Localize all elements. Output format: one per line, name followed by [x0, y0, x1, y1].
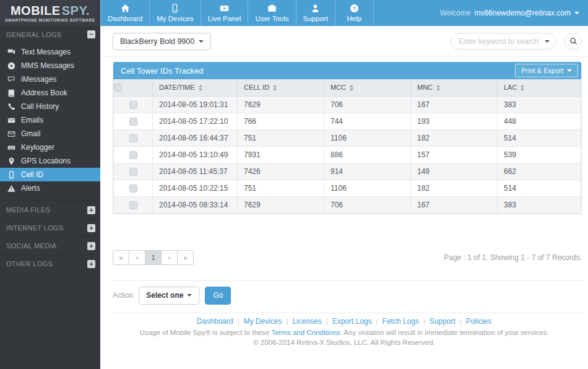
nav-item-help[interactable]: ?Help [335, 0, 374, 26]
device-selector-button[interactable]: BlackBerry Bold 9900 [113, 33, 211, 50]
cell-cell-id: 7629 [238, 196, 324, 213]
expand-icon[interactable]: + [87, 260, 95, 268]
nav-item-user-tools[interactable]: User Tools [248, 0, 296, 26]
sidebar-item-mms-messages[interactable]: MMS Messages [0, 59, 100, 72]
search-input[interactable] [450, 33, 556, 50]
table-row: 2014-08-05 13:10:497931886157539 [114, 146, 581, 163]
footer-link-dashboard[interactable]: Dashboard [197, 317, 233, 326]
column-label: DATE/TIME [159, 84, 195, 91]
sidebar-item-text-messages[interactable]: Text Messages [0, 45, 100, 59]
cell-tower-table: DATE/TIMECELL IDMCCMNCLAC 2014-08-05 19:… [113, 79, 581, 214]
expand-icon[interactable]: + [87, 206, 95, 214]
cell-lac: 514 [498, 180, 581, 196]
sidebar-section-internet-logs[interactable]: INTERNET LOGS+ [0, 219, 100, 237]
row-checkbox[interactable] [129, 184, 137, 193]
sidebar-item-call-history[interactable]: Call History [0, 100, 100, 113]
home-icon [121, 4, 130, 13]
pager-next-button[interactable]: › [161, 250, 178, 265]
print-export-button[interactable]: Print & Export [515, 64, 578, 77]
sidebar-item-list: Text MessagesMMS MessagesiMessagesAddres… [0, 43, 100, 201]
expand-icon[interactable]: + [87, 242, 95, 250]
sidebar-item-label: Emails [21, 116, 43, 124]
search-button[interactable] [564, 33, 582, 50]
pager-first-button[interactable]: « [113, 250, 129, 265]
row-checkbox[interactable] [129, 118, 137, 126]
footer-link-support[interactable]: Support [430, 317, 456, 326]
sidebar-section-other-logs[interactable]: OTHER LOGS+ [0, 254, 100, 272]
search-dropdown-caret-icon[interactable] [545, 40, 550, 43]
action-label: Action [113, 291, 133, 300]
cell-date-time: 2014-08-05 16:44:37 [153, 129, 238, 146]
column-header-mnc[interactable]: MNC [411, 79, 498, 96]
nav-item-dashboard[interactable]: Dashboard [100, 0, 150, 26]
sidebar-section-media-files[interactable]: MEDIA FILES+ [0, 201, 100, 219]
cell-lac: 514 [498, 129, 581, 146]
search-field [450, 33, 556, 50]
sidebar-item-label: Cell ID [21, 170, 43, 179]
action-select-button[interactable]: Select one [139, 287, 199, 305]
row-checkbox[interactable] [129, 134, 137, 142]
sidebar-item-gmail[interactable]: Gmail [0, 127, 100, 141]
row-checkbox[interactable] [129, 151, 137, 159]
nav-item-my-devices[interactable]: My Devices [150, 0, 201, 26]
sidebar-item-label: Call History [21, 102, 59, 111]
footer-link-separator: | [376, 318, 378, 325]
sort-icon [199, 85, 202, 91]
cell-mnc: 182 [411, 129, 498, 146]
warning-icon [7, 184, 16, 193]
footer-link-policies[interactable]: Policies [466, 317, 491, 326]
sidebar-item-imessages[interactable]: iMessages [0, 72, 100, 86]
nav-item-support[interactable]: Support [296, 0, 335, 26]
terms-link[interactable]: Terms and Conditions [271, 329, 340, 336]
row-select-cell [114, 180, 153, 196]
pager-last-button[interactable]: » [177, 250, 194, 265]
go-button[interactable]: Go [205, 287, 231, 305]
sidebar-section-general-logs[interactable]: GENERAL LOGS− [0, 26, 100, 43]
caret-down-icon [574, 12, 579, 14]
pagination: «‹1›» [113, 250, 194, 265]
brand-title: MOBILESPY. [11, 4, 90, 17]
cell-cell-id: 751 [238, 129, 324, 146]
briefcase-icon [267, 4, 277, 13]
user-menu[interactable]: Welcome ms66newdemo@retinax.com [440, 0, 588, 26]
row-select-cell [114, 196, 153, 213]
pager-prev-button[interactable]: ‹ [129, 250, 145, 265]
sidebar-item-address-book[interactable]: Address Book [0, 86, 100, 100]
collapse-icon[interactable]: − [87, 30, 95, 38]
print-export-label: Print & Export [521, 67, 563, 74]
svg-text:?: ? [353, 6, 357, 12]
nav-item-live-panel[interactable]: Live Panel [201, 0, 249, 26]
footer-link-my-devices[interactable]: My Devices [244, 317, 282, 326]
nav-item-label: Support [303, 15, 328, 22]
table-row: 2014-08-05 11:45:377426914149662 [114, 163, 581, 180]
row-checkbox[interactable] [129, 168, 137, 176]
row-checkbox[interactable] [129, 101, 137, 109]
device-selector-label: BlackBerry Bold 9900 [120, 37, 194, 46]
select-all-checkbox[interactable] [114, 84, 122, 92]
cell-mnc: 157 [411, 146, 498, 163]
column-header-date-time[interactable]: DATE/TIME [153, 79, 238, 96]
cell-date-time: 2014-08-05 17:22:10 [153, 113, 238, 129]
cell-date-time: 2014-08-05 19:01:31 [153, 96, 238, 113]
footer-link-licenses[interactable]: Licenses [292, 317, 321, 326]
sidebar-item-alerts[interactable]: Alerts [0, 181, 100, 195]
caret-down-icon [187, 294, 192, 297]
column-header-mcc[interactable]: MCC [324, 79, 411, 96]
footer-link-fetch-logs[interactable]: Fetch Logs [383, 317, 419, 326]
nav-item-label: My Devices [157, 15, 193, 22]
column-header-lac[interactable]: LAC [498, 79, 581, 96]
sidebar-item-emails[interactable]: Emails [0, 113, 100, 127]
footer-copyright: © 2006-2014 Retina-X Studios, LLC. All R… [100, 339, 588, 346]
footer-link-export-logs[interactable]: Export Logs [332, 317, 372, 326]
pager-page-1-button[interactable]: 1 [145, 250, 162, 265]
sidebar-item-cell-id[interactable]: Cell ID [0, 168, 100, 181]
expand-icon[interactable]: + [87, 224, 95, 232]
brand-logo[interactable]: MOBILESPY. SMARTPHONE MONITORING SOFTWAR… [0, 0, 100, 26]
sidebar-section-social-media[interactable]: SOCIAL MEDIA+ [0, 237, 100, 254]
sort-icon [350, 85, 353, 91]
column-header-cell-id[interactable]: CELL ID [238, 79, 324, 96]
row-checkbox[interactable] [129, 201, 137, 209]
cell-mcc: 744 [324, 113, 411, 129]
sidebar-item-keylogger[interactable]: Keylogger [0, 141, 100, 154]
sidebar-item-gps-locations[interactable]: GPS Locations [0, 154, 100, 168]
